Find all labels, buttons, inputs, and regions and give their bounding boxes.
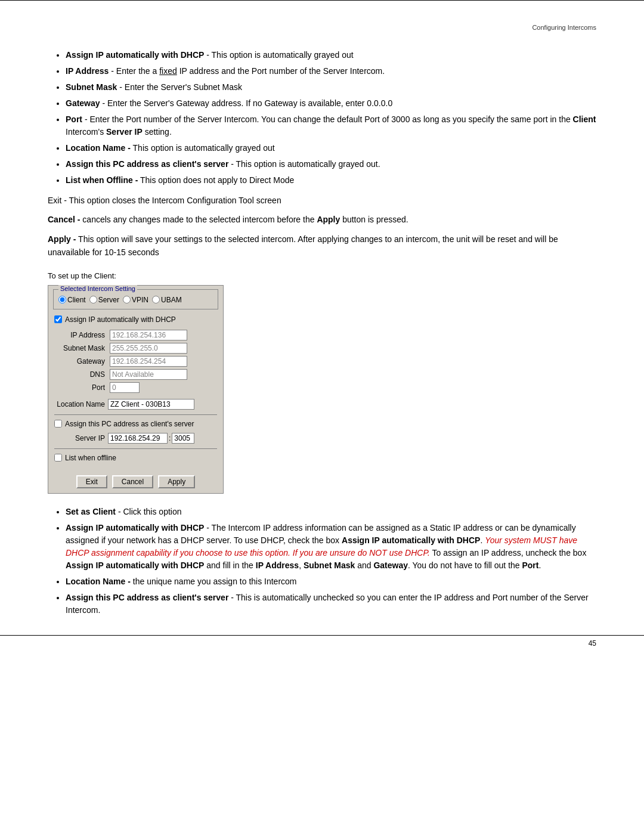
subnet-cell[interactable] [108,342,217,355]
group-legend: Selected Intercom Setting [58,285,137,292]
assign-dhcp2-label: Assign IP automatically with DHCP [66,523,204,532]
bullet-set-client: Set as Client - Click this option [66,506,596,518]
bullet-label-port: Port [66,114,82,124]
bottom-bullet-list: Set as Client - Click this option Assign… [66,506,596,617]
dialog-button-row: Exit Cancel Apply [48,472,223,493]
gateway-label: Gateway [54,355,108,368]
setup-label: To set up the Client: [48,271,596,280]
radio-vpin[interactable]: VPIN [123,296,148,304]
bullet-text-offline: This option does not apply to Direct Mod… [140,175,294,185]
offline-label: List when offline [65,454,116,462]
bullet-text-ip: - Enter the a fixed IP address and the P… [111,66,385,76]
location-input[interactable] [108,399,194,410]
dns-row: DNS [54,368,217,381]
server-ip-separator: : [168,434,172,442]
bullet-label-subnet: Subnet Mask [66,82,117,92]
gateway-cell[interactable] [108,355,217,368]
dhcp-checkbox[interactable] [54,315,62,323]
section-header: Configuring Intercoms [48,24,596,31]
bullet-item-gateway: Gateway - Enter the Server's Gateway add… [66,97,596,110]
offline-checkbox-row[interactable]: List when offline [54,454,217,462]
radio-group[interactable]: Client Server VPIN UBAM [58,296,213,304]
server-ip-row: Server IP : [54,433,217,444]
bullet-label-location: Location Name - [66,143,131,153]
dns-label: DNS [54,368,108,381]
pc-server-checkbox[interactable] [54,420,62,428]
pc-server-label: Assign this PC address as client's serve… [65,420,194,428]
apply-line: Apply - This option will save your setti… [48,233,596,259]
bullet-item-dhcp: Assign IP automatically with DHCP - This… [66,49,596,61]
bullet-item-subnet: Subnet Mask - Enter the Server's Subnet … [66,81,596,94]
server-ip-input[interactable] [108,433,168,444]
port-input[interactable] [110,382,140,393]
dhcp-label: Assign IP automatically with DHCP [65,315,176,324]
radio-ubam[interactable]: UBAM [152,296,182,304]
ip-address-input[interactable] [110,330,187,340]
radio-client-input[interactable] [58,296,66,304]
pcserver2-label: Assign this PC address as client's serve… [66,593,228,602]
dialog-body: Assign IP automatically with DHCP IP Add… [48,313,223,472]
offline-checkbox[interactable] [54,454,62,462]
bullet-text-pcserver: - This option is automatically grayed ou… [231,159,380,169]
radio-vpin-input[interactable] [123,296,131,304]
server-ip-inputs[interactable]: : [108,433,194,444]
set-client-label: Set as Client [66,507,116,516]
bullet-pcserver2: Assign this PC address as client's serve… [66,592,596,617]
radio-ubam-label: UBAM [161,296,182,304]
gateway-row: Gateway [54,355,217,368]
divider [54,414,217,415]
bullet-item-offline: List when Offline - This option does not… [66,174,596,187]
cancel-button[interactable]: Cancel [112,475,153,488]
selected-intercom-group: Selected Intercom Setting Client Server … [53,289,218,309]
radio-ubam-input[interactable] [152,296,160,304]
set-client-text: - Click this option [118,507,182,516]
ip-address-row: IP Address [54,329,217,342]
port-row: Port [54,381,217,394]
divider2 [54,448,217,449]
pc-server-checkbox-row[interactable]: Assign this PC address as client's serve… [54,420,217,428]
apply-text: This option will save your settings to t… [48,234,558,257]
subnet-input[interactable] [110,343,187,354]
radio-vpin-label: VPIN [132,296,148,304]
radio-client[interactable]: Client [58,296,86,304]
cancel-line: Cancel - cancels any changes made to the… [48,213,596,226]
radio-server-label: Server [98,296,119,304]
radio-client-label: Client [67,296,86,304]
ip-address-label: IP Address [54,329,108,342]
radio-server[interactable]: Server [89,296,119,304]
exit-line: Exit - This option closes the Intercom C… [48,194,596,207]
bullet-assign-dhcp2: Assign IP automatically with DHCP - The … [66,522,596,572]
bullet-label-offline: List when Offline - [66,175,138,185]
top-bullet-list: Assign IP automatically with DHCP - This… [66,49,596,187]
dns-input[interactable] [110,369,187,380]
location-label: Location Name [54,400,108,408]
bullet-text-subnet: - Enter the Server's Subnet Mask [119,82,242,92]
page-number: 45 [589,639,596,648]
bullet-item-pcserver: Assign this PC address as client's serve… [66,158,596,171]
bullet-text-port: - Enter the Port number of the Server In… [66,114,596,137]
ip-address-cell[interactable] [108,329,217,342]
subnet-row: Subnet Mask [54,342,217,355]
server-ip-label: Server IP [54,434,108,442]
cancel-text: cancels any changes made to the selected… [82,215,408,224]
bullet-label-pcserver: Assign this PC address as client's serve… [66,159,228,169]
intercom-dialog: Selected Intercom Setting Client Server … [48,285,224,494]
location-row: Location Name [54,399,217,410]
port-cell[interactable] [108,381,217,394]
cancel-label: Cancel - [48,215,80,224]
bullet-label-gateway: Gateway [66,98,100,108]
dns-cell[interactable] [108,368,217,381]
gateway-input[interactable] [110,356,187,367]
radio-server-input[interactable] [89,296,97,304]
server-port-input[interactable] [172,433,194,444]
bullet-text-dhcp: - This option is automatically grayed ou… [206,50,353,60]
port-label: Port [54,381,108,394]
apply-label: Apply - [48,234,76,244]
exit-button[interactable]: Exit [76,475,107,488]
bottom-rule [0,635,644,636]
bullet-item-location: Location Name - This option is automatic… [66,142,596,154]
apply-button[interactable]: Apply [158,475,195,488]
bullet-text-location: This option is automatically grayed out [133,143,275,153]
bullet-text-gateway: - Enter the Server's Gateway address. If… [102,98,392,108]
dhcp-checkbox-row[interactable]: Assign IP automatically with DHCP [54,315,217,324]
